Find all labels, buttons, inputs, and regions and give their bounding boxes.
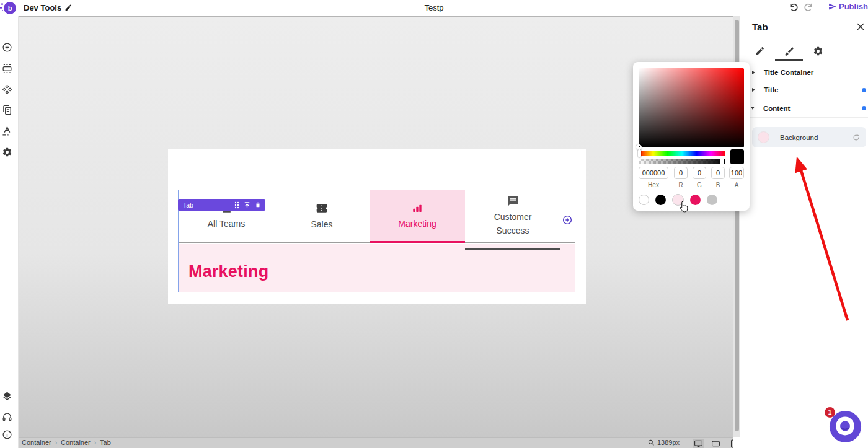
- tab-label: Customer Success: [486, 211, 539, 237]
- tab-component-selected[interactable]: All Teams Sales Marketing Customer Succe…: [178, 190, 575, 292]
- add-component-icon[interactable]: [2, 42, 12, 53]
- typography-icon[interactable]: [2, 126, 12, 136]
- device-preview-switcher: [693, 438, 733, 448]
- delete-icon[interactable]: [255, 201, 261, 208]
- color-preview-swatch: [730, 149, 744, 164]
- selection-badge-label: Tab: [183, 201, 234, 209]
- chevron-down-icon: [751, 107, 755, 110]
- preset-swatch-gray[interactable]: [707, 195, 717, 205]
- tab-label: Marketing: [398, 217, 436, 231]
- tab-all-teams[interactable]: All Teams: [179, 190, 274, 243]
- background-color-setting[interactable]: Background: [752, 127, 866, 147]
- green-input[interactable]: [693, 167, 706, 179]
- red-input[interactable]: [674, 167, 688, 179]
- section-label: Content: [763, 105, 790, 112]
- content-heading: Marketing: [188, 262, 268, 281]
- alpha-input[interactable]: [729, 167, 744, 179]
- canvas-width-label: 1389px: [657, 439, 680, 446]
- breadcrumb: Container › Container › Tab: [22, 439, 111, 446]
- modified-dot: [862, 106, 866, 110]
- components-icon[interactable]: [2, 84, 12, 95]
- alpha-slider[interactable]: [639, 159, 725, 164]
- hue-slider[interactable]: [639, 151, 725, 156]
- tab-label: Sales: [311, 218, 332, 232]
- reset-icon[interactable]: [852, 134, 860, 141]
- active-tab-indicator: [370, 241, 465, 243]
- modified-dot: [862, 88, 866, 92]
- tab-styles-brush-icon[interactable]: [784, 46, 795, 57]
- design-canvas[interactable]: All Teams Sales Marketing Customer Succe…: [19, 16, 733, 448]
- breadcrumb-separator: ›: [55, 439, 57, 446]
- info-icon[interactable]: [2, 429, 12, 440]
- edit-name-pencil-icon[interactable]: [64, 4, 73, 12]
- chevron-right-icon: [752, 88, 755, 92]
- chat-logo-icon: [830, 411, 861, 442]
- chevron-right-icon: [752, 71, 755, 74]
- hue-handle[interactable]: [638, 149, 641, 157]
- mobile-preview-icon[interactable]: [727, 439, 733, 448]
- blue-input[interactable]: [711, 167, 725, 179]
- add-tab-icon[interactable]: [562, 215, 572, 225]
- breadcrumb-separator: ›: [94, 439, 96, 446]
- canvas-status-bar: Container › Container › Tab 1389px: [19, 437, 733, 448]
- section-title-container[interactable]: Title Container: [740, 64, 868, 81]
- layers-icon[interactable]: [2, 391, 12, 402]
- bar-chart-icon: [412, 203, 423, 214]
- tablet-preview-icon[interactable]: [710, 439, 722, 448]
- background-color-swatch[interactable]: [758, 131, 769, 143]
- alpha-gradient: [639, 159, 725, 164]
- tab-label: All Teams: [208, 217, 245, 231]
- breadcrumb-item[interactable]: Container: [22, 439, 51, 446]
- top-bar: b Dev Tools Testp: [0, 0, 740, 16]
- section-title[interactable]: Title: [740, 81, 868, 99]
- mouse-cursor-hand-icon: [678, 200, 690, 214]
- support-headset-icon[interactable]: [2, 412, 12, 423]
- pages-icon[interactable]: [2, 105, 12, 115]
- panel-title: Tab: [752, 22, 768, 32]
- desktop-preview-icon[interactable]: [693, 439, 704, 448]
- alpha-input-label: A: [729, 182, 744, 188]
- section-content[interactable]: Content: [740, 99, 868, 118]
- tab-marketing[interactable]: Marketing: [370, 190, 465, 243]
- tab-customer-success[interactable]: Customer Success: [465, 190, 560, 243]
- blue-input-label: B: [711, 182, 725, 188]
- tab-actions-gear-icon[interactable]: [813, 46, 824, 57]
- hex-input[interactable]: [639, 167, 668, 179]
- chat-icon: [507, 195, 519, 207]
- section-label: Title Container: [764, 69, 813, 76]
- background-label: Background: [780, 134, 852, 141]
- preset-swatch-black[interactable]: [655, 195, 666, 205]
- hex-input-label: Hex: [639, 182, 668, 188]
- drag-handle-icon[interactable]: [234, 201, 239, 209]
- preset-swatch-white[interactable]: [639, 195, 649, 205]
- help-chat-button[interactable]: 1: [830, 411, 861, 442]
- alpha-handle[interactable]: [720, 159, 724, 164]
- tab-settings-pencil-icon[interactable]: [755, 46, 766, 57]
- publish-button[interactable]: Publish: [828, 2, 868, 11]
- section-label: Title: [764, 86, 778, 94]
- color-picker-popup: Hex R G B A: [633, 62, 750, 211]
- green-input-label: G: [693, 182, 706, 188]
- selection-badge[interactable]: Tab: [178, 199, 265, 211]
- breadcrumb-item[interactable]: Tab: [100, 439, 111, 446]
- ticket-icon: [316, 202, 328, 214]
- magnifier-icon: [648, 439, 655, 446]
- left-toolbar: [0, 16, 19, 448]
- settings-icon[interactable]: [2, 147, 12, 157]
- close-icon[interactable]: [857, 23, 864, 30]
- app-logo-icon[interactable]: b: [4, 2, 16, 14]
- collapse-icon[interactable]: [244, 201, 250, 208]
- active-panel-tab-indicator: [775, 59, 803, 61]
- undo-icon[interactable]: [789, 2, 799, 12]
- tab-content-panel[interactable]: Marketing: [179, 244, 575, 292]
- screens-icon[interactable]: [2, 63, 12, 74]
- inspector-panel: Tab Title Container Title Content Backgr…: [740, 0, 868, 448]
- tab-sales[interactable]: Sales: [274, 190, 370, 243]
- preset-swatch-pink[interactable]: [690, 195, 701, 205]
- rocket-icon: [828, 2, 836, 11]
- app-name: Dev Tools: [24, 3, 61, 12]
- redo-icon[interactable]: [804, 2, 813, 12]
- breadcrumb-item[interactable]: Container: [61, 439, 91, 446]
- saturation-area[interactable]: [639, 68, 744, 147]
- publish-label: Publish: [839, 2, 868, 11]
